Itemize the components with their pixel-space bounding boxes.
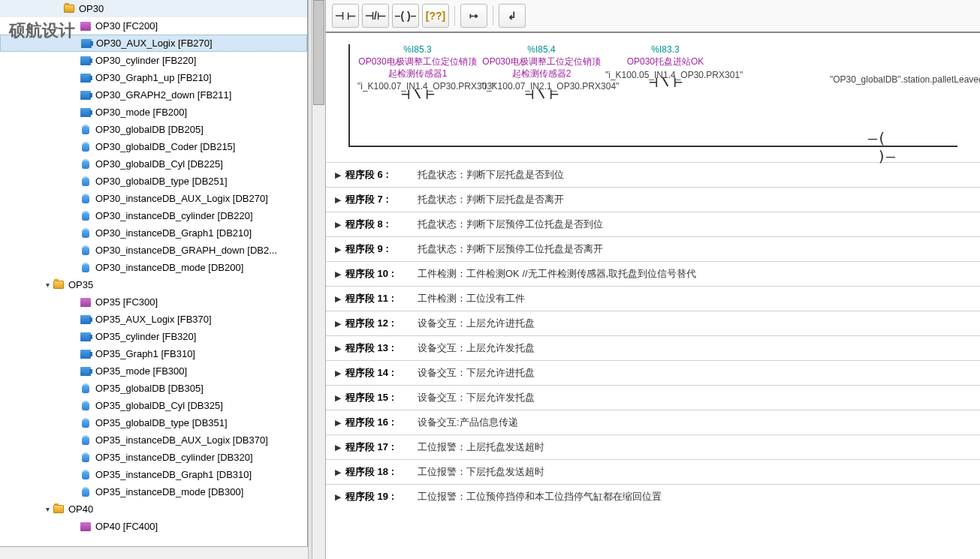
tree-item[interactable]: OP35 [FC300] (0, 293, 307, 311)
expand-arrow-icon[interactable]: ▶ (335, 245, 345, 254)
tree-item[interactable]: OP35_globalDB_type [DB351] (0, 414, 307, 431)
tree-item[interactable]: OP30_Graph1_up [FB210] (0, 69, 307, 86)
network-segment-header[interactable]: ▶程序段 10 :工件检测：工件检测OK //无工件检测传感器,取托盘到位信号替… (326, 261, 980, 286)
tree-item-label: OP30_globalDB [DB205] (95, 124, 204, 135)
expand-arrow-icon[interactable]: ▶ (335, 220, 345, 230)
db-icon (80, 434, 92, 446)
network-segment-header[interactable]: ▶程序段 15 :设备交互：下层允许发托盘 (326, 385, 980, 410)
tree-item-label: OP35_instanceDB_Graph1 [DB310] (95, 469, 252, 480)
tree-item[interactable]: OP30_cylinder [FB220] (0, 52, 307, 69)
expand-arrow-icon[interactable]: ▶ (335, 319, 345, 329)
network-segment-header[interactable]: ▶程序段 13 :设备交互：上层允许发托盘 (326, 335, 980, 360)
scrollbar-thumb[interactable] (313, 0, 324, 105)
db-icon (80, 400, 92, 412)
tree-item[interactable]: OP30 (0, 0, 307, 17)
segment-description: 工位报警：工位预停挡停和本工位挡停气缸都在缩回位置 (418, 490, 662, 503)
expand-arrow-icon[interactable]: ▶ (335, 294, 345, 304)
network-segment-header[interactable]: ▶程序段 18 :工位报警：下层托盘发送超时 (326, 459, 980, 484)
tree-item[interactable]: OP35_instanceDB_cylinder [DB320] (0, 449, 307, 466)
expand-arrow-icon[interactable]: ▶ (335, 269, 345, 279)
expand-arrow-icon[interactable]: ▶ (335, 195, 345, 205)
horizontal-scrollbar[interactable] (0, 546, 308, 559)
expand-arrow-icon[interactable]: ▶ (335, 418, 345, 428)
network-segment-header[interactable]: ▶程序段 6 :托盘状态：判断下层托盘是否到位 (326, 162, 980, 187)
tree-item[interactable]: ▾OP40 (0, 500, 307, 518)
db-icon (80, 141, 92, 153)
tree-item[interactable]: ▾OP35 (0, 276, 307, 293)
tree-item[interactable]: OP35_globalDB_Cyl [DB325] (0, 397, 307, 414)
tree-item-label: OP40 [FC400] (95, 521, 158, 532)
tree-item[interactable]: OP30_instanceDB_AUX_Logix [DB270] (0, 190, 307, 207)
tree-item[interactable]: OP30_mode [FB200] (0, 104, 307, 121)
expand-arrow-icon[interactable]: ▶ (335, 368, 345, 378)
expand-arrow-icon[interactable]: ▶ (335, 393, 345, 403)
tree-item[interactable]: OP30_AUX_Logix [FB270] (0, 35, 307, 52)
expand-arrow-icon[interactable]: ▶ (335, 492, 345, 502)
ladder-toolbar: ⊣ ⊢ ⊣/⊢ –( )– [??] ↦ ↲ (326, 0, 980, 33)
output-coil[interactable]: "OP30_globalDB".station.palletLeaved_up … (830, 74, 942, 86)
expand-arrow-icon[interactable]: ▶ (335, 467, 345, 477)
ladder-editor: ⊣ ⊢ ⊣/⊢ –( )– [??] ↦ ↲ %I85.3OP030电极调整工位… (326, 0, 980, 559)
tree-item-label: OP35_mode [FB300] (95, 365, 187, 377)
tree-item[interactable]: OP35_instanceDB_Graph1 [DB310] (0, 466, 307, 483)
network-scroll-area[interactable]: %I85.3OP030电极调整工位定位销顶起检测传感器1"i_K100.07_I… (326, 33, 980, 559)
tree-item[interactable]: OP35_AUX_Logix [FB370] (0, 311, 307, 328)
tool-nc-contact[interactable]: ⊣/⊢ (362, 4, 389, 28)
tree-item[interactable]: OP30_globalDB_type [DB251] (0, 173, 307, 190)
expand-arrow-icon[interactable]: ▾ (42, 505, 53, 513)
tree-item[interactable]: OP35_instanceDB_AUX_Logix [DB370] (0, 431, 307, 449)
network-segment-header[interactable]: ▶程序段 9 :托盘状态：判断下层预停工位托盘是否离开 (326, 236, 980, 261)
network-segment-header[interactable]: ▶程序段 17 :工位报警：上层托盘发送超时 (326, 434, 980, 459)
tree-item[interactable]: OP35_cylinder [FB320] (0, 328, 307, 345)
tree-item[interactable]: OP30_instanceDB_mode [DB200] (0, 259, 307, 276)
tree-item-label: OP30_globalDB_type [DB251] (95, 176, 228, 187)
network-segment-header[interactable]: ▶程序段 7 :托盘状态：判断下层托盘是否离开 (326, 187, 980, 212)
tree-item[interactable]: OP30_instanceDB_Graph1 [DB210] (0, 224, 307, 242)
tree-item[interactable]: OP35_Graph1 [FB310] (0, 345, 307, 362)
tree-item[interactable]: OP30_instanceDB_cylinder [DB220] (0, 207, 307, 224)
tree-item-label: OP35_AUX_Logix [FB370] (95, 314, 212, 325)
tree-item-label: OP30_instanceDB_mode [DB200] (95, 262, 243, 273)
tree-item[interactable]: OP30_instanceDB_GRAPH_down [DB2... (0, 242, 307, 259)
nc-contact[interactable]: %I83.3OP030托盘进站OK"i_K100.05_IN1.4_OP30.P… (605, 44, 725, 81)
network-segment-header[interactable]: ▶程序段 8 :托盘状态：判断下层预停工位托盘是否到位 (326, 212, 980, 236)
network-segment-header[interactable]: ▶程序段 19 :工位报警：工位预停挡停和本工位挡停气缸都在缩回位置 (326, 484, 980, 509)
tree-item[interactable]: OP35_mode [FB300] (0, 362, 307, 380)
network-segment-header[interactable]: ▶程序段 14 :设备交互：下层允许进托盘 (326, 360, 980, 385)
tree-item-label: OP35_globalDB_type [DB351] (95, 417, 228, 428)
nc-contact[interactable]: %I85.3OP030电极调整工位定位销顶起检测传感器1"i_K100.07_I… (357, 44, 478, 93)
editor-scrollbar[interactable] (312, 0, 326, 559)
nc-contact[interactable]: %I85.4OP030电极调整工位定位销顶起检测传感器2"i_K100.07_I… (481, 44, 602, 93)
tree-item[interactable]: OP30 [FC200] (0, 17, 307, 35)
tool-branch-close[interactable]: ↲ (499, 4, 526, 28)
fb-icon (80, 72, 92, 84)
network-segment-header[interactable]: ▶程序段 16 :设备交互:产品信息传递 (326, 410, 980, 434)
segment-description: 设备交互:产品信息传递 (418, 416, 518, 429)
tree-item-label: OP35_cylinder [FB320] (95, 331, 196, 342)
db-icon (80, 262, 92, 274)
expand-arrow-icon[interactable]: ▾ (42, 281, 53, 289)
segment-title: 程序段 17 : (345, 440, 413, 454)
project-tree-panel[interactable]: OP30OP30 [FC200]OP30_AUX_Logix [FB270]OP… (0, 0, 308, 559)
tool-branch-open[interactable]: ↦ (460, 4, 487, 28)
network-segment-header[interactable]: ▶程序段 12 :设备交互：上层允许进托盘 (326, 311, 980, 335)
tool-no-contact[interactable]: ⊣ ⊢ (332, 4, 359, 28)
tree-item[interactable]: OP30_GRAPH2_down [FB211] (0, 86, 307, 104)
tool-box[interactable]: [??] (422, 4, 449, 28)
tree-item[interactable]: OP30_globalDB_Cyl [DB225] (0, 155, 307, 173)
expand-arrow-icon[interactable]: ▶ (335, 170, 345, 180)
expand-arrow-icon[interactable]: ▶ (335, 443, 345, 452)
network-segment-header[interactable]: ▶程序段 11 :工件检测：工位没有工件 (326, 286, 980, 311)
tree-item-label: OP30_cylinder [FB220] (95, 55, 196, 66)
fb-icon (80, 331, 92, 343)
tree-item[interactable]: OP35_globalDB [DB305] (0, 380, 307, 397)
ladder-network[interactable]: %I85.3OP030电极调整工位定位销顶起检测传感器1"i_K100.07_I… (326, 33, 980, 162)
db-icon (80, 245, 92, 257)
tree-item[interactable]: OP35_instanceDB_mode [DB300] (0, 483, 307, 500)
tree-item[interactable]: OP30_globalDB_Coder [DB215] (0, 138, 307, 155)
tree-item[interactable]: OP30_globalDB [DB205] (0, 121, 307, 138)
expand-arrow-icon[interactable]: ▶ (335, 344, 345, 353)
tool-coil[interactable]: –( )– (392, 4, 419, 28)
segment-title: 程序段 11 : (345, 292, 413, 305)
tree-item[interactable]: OP40 [FC400] (0, 518, 307, 535)
